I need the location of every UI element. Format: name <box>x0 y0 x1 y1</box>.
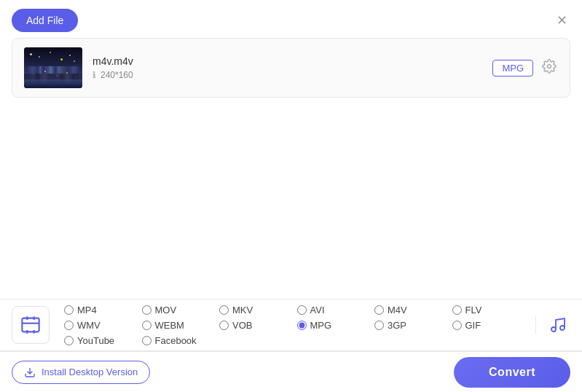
format-option-youtube[interactable]: YouTube <box>64 335 139 346</box>
format-option-mpg[interactable]: MPG <box>297 320 372 331</box>
format-options: MP4 MOV MKV AVI M4V FLV WMV WEBM <box>64 305 527 346</box>
format-bar-audio-section[interactable] <box>535 316 570 334</box>
format-option-m4v[interactable]: M4V <box>374 305 449 315</box>
format-label-webm: WEBM <box>155 320 184 331</box>
format-option-gif[interactable]: GIF <box>452 320 527 331</box>
music-icon <box>549 316 567 334</box>
svg-point-8 <box>560 326 565 330</box>
file-meta: ℹ 240*160 <box>93 70 482 80</box>
format-bar: MP4 MOV MKV AVI M4V FLV WMV WEBM <box>0 299 582 351</box>
format-label-gif: GIF <box>465 320 481 331</box>
format-option-avi[interactable]: AVI <box>297 305 372 315</box>
svg-point-7 <box>551 327 556 332</box>
settings-button[interactable] <box>540 58 558 79</box>
format-option-webm[interactable]: WEBM <box>142 320 217 331</box>
format-option-flv[interactable]: FLV <box>452 305 527 315</box>
file-name: m4v.m4v <box>93 55 482 67</box>
format-label-3gp: 3GP <box>388 320 406 331</box>
format-option-wmv[interactable]: WMV <box>64 320 139 331</box>
svg-point-0 <box>548 64 551 68</box>
info-icon: ℹ <box>93 70 96 80</box>
format-label-avi: AVI <box>310 305 325 315</box>
file-list-area: m4v.m4v ℹ 240*160 MPG <box>12 38 570 98</box>
format-label-flv: FLV <box>465 305 482 315</box>
download-icon <box>24 366 36 378</box>
format-bar-video-section[interactable] <box>12 306 50 344</box>
format-label-wmv: WMV <box>77 320 101 331</box>
install-desktop-button[interactable]: Install Desktop Version <box>12 361 150 384</box>
file-thumbnail <box>24 47 82 88</box>
format-label-youtube: YouTube <box>77 335 114 346</box>
format-label-mov: MOV <box>155 305 177 315</box>
format-label-m4v: M4V <box>388 305 407 315</box>
format-option-facebook[interactable]: Facebook <box>142 335 217 346</box>
close-button[interactable]: ✕ <box>554 11 570 30</box>
file-item: m4v.m4v ℹ 240*160 MPG <box>12 39 570 97</box>
file-actions: MPG <box>492 58 558 79</box>
format-label-mp4: MP4 <box>77 305 97 315</box>
format-badge-button[interactable]: MPG <box>492 60 533 77</box>
top-bar: Add File ✕ <box>0 0 582 38</box>
file-resolution: 240*160 <box>101 70 133 80</box>
format-option-3gp[interactable]: 3GP <box>374 320 449 331</box>
video-icon <box>20 315 41 335</box>
format-option-mov[interactable]: MOV <box>142 305 217 315</box>
convert-button[interactable]: Convert <box>454 357 570 388</box>
gear-icon <box>542 59 557 74</box>
action-bar: Install Desktop Version Convert <box>0 351 582 392</box>
svg-rect-1 <box>22 318 39 332</box>
format-label-facebook: Facebook <box>155 335 197 346</box>
format-label-mpg: MPG <box>310 320 332 331</box>
file-info: m4v.m4v ℹ 240*160 <box>93 55 482 80</box>
format-label-mkv: MKV <box>232 305 253 315</box>
add-file-button[interactable]: Add File <box>12 9 78 32</box>
install-label: Install Desktop Version <box>42 366 138 377</box>
format-option-mkv[interactable]: MKV <box>219 305 294 315</box>
format-option-mp4[interactable]: MP4 <box>64 305 139 315</box>
format-label-vob: VOB <box>232 320 252 331</box>
format-option-vob[interactable]: VOB <box>219 320 294 331</box>
